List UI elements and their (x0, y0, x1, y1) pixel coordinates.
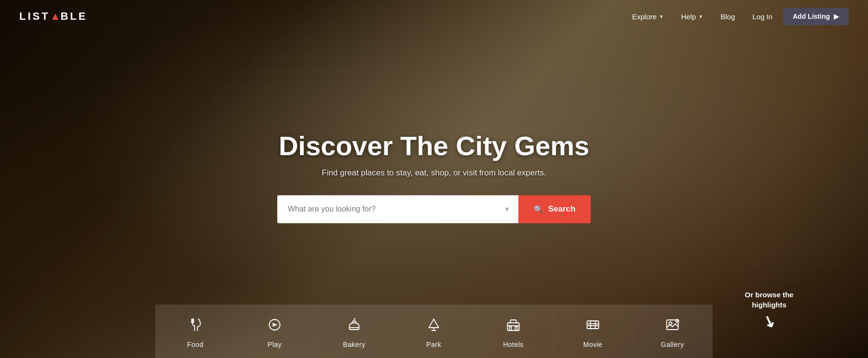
svg-marker-2 (429, 319, 439, 328)
logo[interactable]: LIST▲BLE (19, 10, 87, 23)
svg-rect-8 (587, 321, 599, 329)
movie-icon (584, 316, 602, 336)
help-chevron-icon: ▼ (698, 14, 703, 19)
nav-links: Explore ▼ Help ▼ Blog Log In Add Listing… (625, 8, 849, 25)
search-input-wrapper: ▼ (277, 195, 518, 223)
gallery-icon (664, 316, 681, 336)
search-icon: 🔍 (534, 205, 543, 214)
park-label: Park (426, 341, 441, 348)
movie-label: Movie (583, 341, 603, 348)
bakery-label: Bakery (343, 341, 366, 348)
browse-hint: Or browse the highlights ↙ (738, 290, 800, 329)
hotels-icon (505, 316, 522, 336)
category-hotels[interactable]: Hotels (474, 305, 554, 358)
gallery-label: Gallery (661, 341, 684, 348)
category-movie[interactable]: Movie (554, 305, 633, 358)
add-listing-arrow-icon: ▶ (834, 13, 839, 20)
hotels-label: Hotels (503, 341, 524, 348)
nav-login[interactable]: Log In (746, 9, 779, 25)
search-button[interactable]: 🔍 Search (518, 195, 591, 223)
svg-rect-7 (515, 327, 517, 331)
add-listing-button[interactable]: Add Listing ▶ (783, 8, 849, 25)
play-label: Play (268, 341, 282, 348)
hero-content: Discover The City Gems Find great places… (265, 131, 603, 224)
bakery-icon (346, 316, 363, 336)
food-label: Food (187, 341, 203, 348)
nav-blog[interactable]: Blog (714, 9, 742, 25)
nav-explore[interactable]: Explore ▼ (625, 9, 671, 25)
category-food[interactable]: Food (156, 305, 235, 358)
hero-subtitle: Find great places to stay, eat, shop, or… (265, 168, 603, 178)
search-input[interactable] (277, 195, 518, 223)
logo-text-2: BLE (60, 10, 87, 23)
category-gallery[interactable]: Gallery (633, 305, 713, 358)
svg-point-15 (676, 319, 679, 322)
hero-section: LIST▲BLE Explore ▼ Help ▼ Blog Log In Ad… (0, 0, 868, 358)
navbar: LIST▲BLE Explore ▼ Help ▼ Blog Log In Ad… (0, 0, 868, 33)
categories-bar: Food Play Bakery (156, 305, 713, 358)
svg-rect-6 (510, 327, 512, 331)
nav-help[interactable]: Help ▼ (674, 9, 710, 25)
food-icon (187, 316, 204, 336)
park-icon (425, 316, 443, 336)
category-play[interactable]: Play (235, 305, 315, 358)
hero-title: Discover The City Gems (265, 131, 603, 161)
play-icon (266, 316, 284, 336)
category-bakery[interactable]: Bakery (315, 305, 394, 358)
logo-arrow-icon: ▲ (50, 10, 61, 23)
explore-chevron-icon: ▼ (659, 14, 664, 19)
category-park[interactable]: Park (394, 305, 474, 358)
logo-text-1: LIST (19, 10, 50, 23)
search-bar: ▼ 🔍 Search (265, 195, 603, 223)
